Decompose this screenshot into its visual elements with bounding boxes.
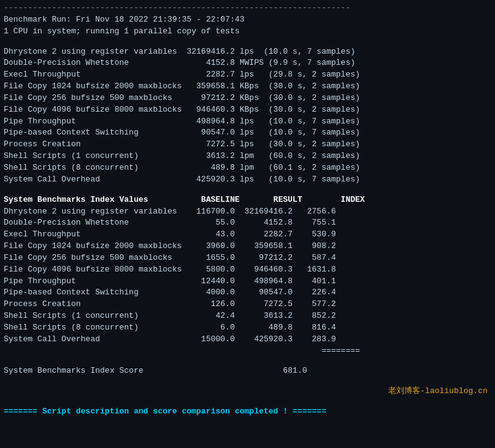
index-header: System Benchmarks Index Values BASELINE … xyxy=(4,194,491,206)
result-row: Shell Scripts (8 concurrent) 489.8 lpm (… xyxy=(4,162,491,174)
result-row: Dhrystone 2 using register variables 321… xyxy=(4,46,491,58)
index-row: File Copy 4096 bufsize 8000 maxblocks 58… xyxy=(4,264,491,276)
final-line: ======= Script description and score com… xyxy=(4,406,491,418)
result-row: Pipe-based Context Switching 90547.0 lps… xyxy=(4,127,491,139)
score-separator: ======== xyxy=(4,346,491,357)
score-line: System Benchmarks Index Score 681.0 xyxy=(4,365,491,377)
index-row: File Copy 256 bufsize 500 maxblocks 1655… xyxy=(4,252,491,264)
cpu-info: 1 CPU in system; running 1 parallel copy… xyxy=(4,26,491,38)
index-row: Dhrystone 2 using register variables 116… xyxy=(4,206,491,218)
result-row: Shell Scripts (1 concurrent) 3613.2 lpm … xyxy=(4,151,491,162)
index-row: Shell Scripts (8 concurrent) 6.0 489.8 8… xyxy=(4,322,491,334)
results-section: Dhrystone 2 using register variables 321… xyxy=(4,46,491,186)
result-row: Pipe Throughput 498964.8 lps (10.0 s, 7 … xyxy=(4,116,491,128)
result-row: File Copy 4096 bufsize 8000 maxblocks 94… xyxy=(4,104,491,116)
index-row: File Copy 1024 bufsize 2000 maxblocks 39… xyxy=(4,241,491,252)
index-row: Execl Throughput 43.0 2282.7 530.9 xyxy=(4,229,491,241)
score-value-line: System Benchmarks Index Score 681.0 xyxy=(4,365,491,377)
result-row: Execl Throughput 2282.7 lps (29.8 s, 2 s… xyxy=(4,69,491,81)
index-section: Dhrystone 2 using register variables 116… xyxy=(4,206,491,346)
watermark: 老刘博客-laoliublog.cn xyxy=(388,386,488,396)
index-row: Pipe Throughput 12440.0 498964.8 401.1 xyxy=(4,276,491,288)
index-row: Shell Scripts (1 concurrent) 42.4 3613.2… xyxy=(4,310,491,322)
result-row: File Copy 1024 bufsize 2000 maxblocks 35… xyxy=(4,81,491,93)
result-row: File Copy 256 bufsize 500 maxblocks 9721… xyxy=(4,93,491,104)
result-row: Double-Precision Whetstone 4152.8 MWIPS … xyxy=(4,57,491,69)
result-row: Process Creation 7272.5 lps (30.0 s, 2 s… xyxy=(4,139,491,151)
index-row: Double-Precision Whetstone 55.0 4152.8 7… xyxy=(4,217,491,229)
index-row: System Call Overhead 15000.0 425920.3 28… xyxy=(4,334,491,346)
top-separator: ----------------------------------------… xyxy=(4,2,491,14)
run-info: Benchmark Run: Fri Nov 18 2022 21:39:35 … xyxy=(4,14,491,26)
terminal: ----------------------------------------… xyxy=(0,0,495,448)
index-row: Process Creation 126.0 7272.5 577.2 xyxy=(4,299,491,310)
index-row: Pipe-based Context Switching 4000.0 9054… xyxy=(4,287,491,299)
result-row: System Call Overhead 425920.3 lps (10.0 … xyxy=(4,174,491,186)
